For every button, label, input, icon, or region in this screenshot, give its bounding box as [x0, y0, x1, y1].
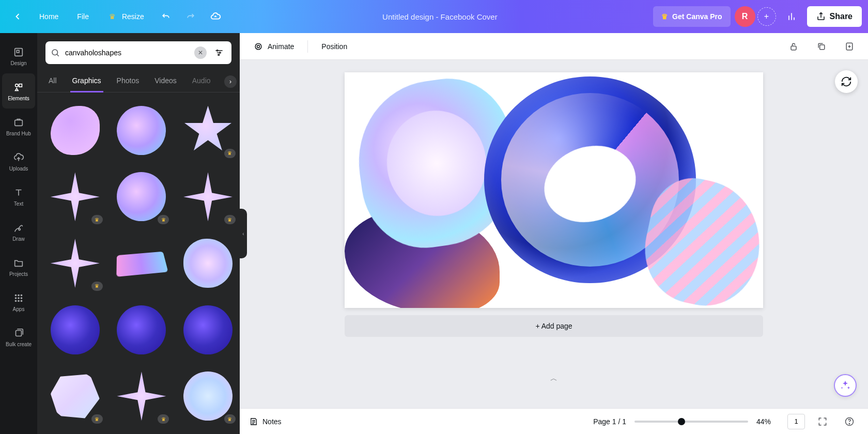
result-item[interactable] [44, 100, 106, 161]
avatar[interactable]: R [735, 6, 755, 27]
rail-label: Uploads [9, 166, 28, 172]
document-title[interactable]: Untitled design - Facebook Cover [231, 12, 649, 21]
notes-label: Notes [262, 417, 282, 426]
crown-icon: ♛ [107, 11, 118, 22]
file-label: File [77, 12, 89, 21]
holo-shape-icon [117, 305, 166, 354]
result-item[interactable] [111, 299, 173, 361]
search-input[interactable] [65, 49, 189, 57]
result-item[interactable] [44, 299, 106, 361]
position-label: Position [321, 42, 347, 51]
svg-point-5 [15, 294, 17, 296]
magic-button[interactable] [834, 374, 857, 397]
result-item[interactable]: ♛ [111, 166, 173, 228]
home-button[interactable]: Home [31, 6, 67, 27]
rail-label: Design [10, 60, 26, 66]
svg-rect-3 [19, 84, 22, 87]
cloud-sync-icon[interactable] [204, 6, 227, 27]
duplicate-button[interactable] [812, 37, 831, 56]
tab-graphics[interactable]: Graphics [70, 72, 103, 92]
zoom-slider[interactable] [634, 421, 748, 423]
svg-rect-14 [16, 330, 22, 336]
add-page-icon-button[interactable] [840, 37, 859, 56]
toolbar-divider [307, 40, 308, 53]
canvas-page[interactable] [345, 72, 763, 308]
svg-point-18 [218, 54, 220, 56]
result-item[interactable]: ♛ [44, 166, 106, 228]
svg-point-25 [849, 423, 849, 424]
lock-button[interactable] [784, 37, 803, 56]
pro-badge-icon: ♛ [224, 149, 236, 158]
rail-bulk-create[interactable]: Bulk create [2, 319, 35, 354]
holo-shape-icon [51, 172, 100, 221]
file-button[interactable]: File [69, 6, 97, 27]
zoom-slider-thumb[interactable] [678, 418, 685, 425]
tab-all[interactable]: All [47, 72, 59, 92]
elements-icon [12, 81, 25, 94]
tab-videos[interactable]: Videos [152, 72, 179, 92]
result-item[interactable] [177, 299, 239, 361]
clear-search-button[interactable]: ✕ [194, 47, 207, 59]
result-item[interactable] [177, 233, 239, 294]
tabs-scroll-right[interactable]: › [224, 75, 237, 88]
canvas-scroll[interactable]: + Add page ︿ [240, 60, 868, 408]
get-pro-button[interactable]: ♛ Get Canva Pro [653, 6, 730, 27]
add-member-button[interactable]: + [757, 7, 776, 26]
collapse-pages-button[interactable]: ︿ [550, 374, 557, 383]
redo-button[interactable] [179, 6, 202, 27]
page-indicator[interactable]: Page 1 / 1 [593, 417, 626, 426]
results-grid: ♛♛♛♛♛♛♛♛ [37, 92, 240, 434]
tab-audio[interactable]: Audio [190, 72, 213, 92]
rail-apps[interactable]: Apps [2, 284, 35, 319]
result-item[interactable]: ♛ [177, 365, 239, 427]
resize-button[interactable]: ♛ Resize [99, 6, 152, 27]
position-button[interactable]: Position [317, 39, 351, 54]
rail-elements[interactable]: Elements [2, 73, 35, 109]
design-icon [12, 46, 25, 58]
fullscreen-button[interactable] [813, 412, 832, 431]
svg-rect-1 [17, 50, 19, 53]
insights-button[interactable] [780, 6, 803, 27]
rail-design[interactable]: Design [2, 38, 35, 73]
result-item[interactable]: ♛ [44, 365, 106, 427]
rail-projects[interactable]: Projects [2, 249, 35, 284]
result-item[interactable] [111, 100, 173, 161]
svg-point-8 [15, 297, 17, 299]
refresh-button[interactable] [835, 70, 858, 93]
result-item[interactable]: ♛ [177, 166, 239, 228]
text-icon [12, 187, 25, 199]
elements-panel: ✕ All Graphics Photos Videos Audio › ♛♛♛… [37, 33, 240, 434]
back-arrow-icon[interactable] [6, 6, 29, 27]
undo-button[interactable] [154, 6, 177, 27]
filter-button[interactable] [212, 45, 226, 60]
holo-shape-icon [183, 172, 233, 221]
holo-shape-icon [51, 239, 100, 288]
result-item[interactable]: ♛ [177, 100, 239, 161]
result-item[interactable]: ♛ [111, 365, 173, 427]
result-item[interactable]: ♛ [44, 233, 106, 294]
animate-label: Animate [268, 42, 294, 51]
add-page-button[interactable]: + Add page [345, 315, 763, 337]
rail-draw[interactable]: Draw [2, 214, 35, 249]
svg-rect-21 [791, 46, 796, 50]
zoom-value[interactable]: 44% [756, 417, 779, 426]
animate-button[interactable]: Animate [249, 38, 298, 55]
rail-uploads[interactable]: Uploads [2, 144, 35, 179]
help-button[interactable] [840, 412, 859, 431]
holo-shape-icon [51, 305, 100, 354]
rail-label: Projects [9, 271, 28, 277]
projects-icon [12, 257, 25, 269]
result-item[interactable] [111, 233, 173, 294]
tab-photos[interactable]: Photos [115, 72, 142, 92]
rail-text[interactable]: Text [2, 179, 35, 214]
search-box: ✕ [45, 41, 231, 64]
svg-point-10 [21, 297, 23, 299]
holo-shape-icon [51, 106, 100, 155]
page-count-box[interactable]: 1 [787, 414, 805, 429]
notes-button[interactable]: Notes [249, 417, 282, 426]
rail-brand-hub[interactable]: Brand Hub [2, 109, 35, 144]
elements-tabs: All Graphics Photos Videos Audio › [37, 72, 240, 92]
share-button[interactable]: Share [807, 6, 862, 27]
pro-badge-icon: ♛ [158, 414, 169, 424]
holo-shape-icon [117, 251, 168, 277]
